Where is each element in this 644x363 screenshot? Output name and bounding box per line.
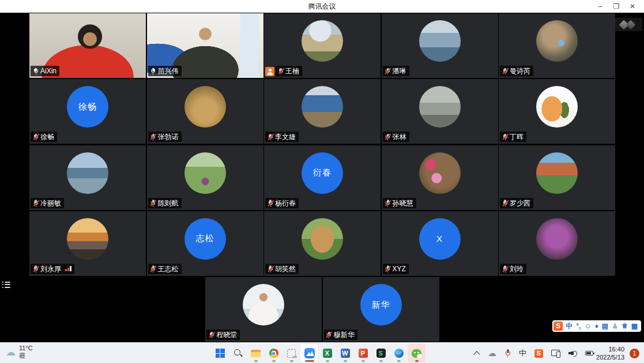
weather-widget[interactable]: ☁ 11°C 霾	[6, 345, 33, 360]
participant-tile[interactable]: 张勃诺	[147, 79, 263, 144]
clock[interactable]: 16:40 2022/5/13	[596, 345, 624, 361]
name-label: 曼诗芮	[500, 66, 533, 76]
participant-tile[interactable]: 孙晓慧	[382, 145, 498, 210]
taskbar-app-search[interactable]	[229, 344, 247, 362]
participant-avatar	[67, 152, 108, 194]
sogou-ime-mode-icon[interactable]: 中	[566, 321, 573, 331]
network-signal-icon	[65, 266, 71, 271]
ime-mode-indicator[interactable]: 中	[519, 348, 526, 358]
participant-avatar	[536, 152, 578, 194]
host-badge-icon	[265, 67, 274, 76]
sogou-keyboard-icon[interactable]: ▤	[602, 321, 608, 331]
participant-tile[interactable]: 程晓堂	[205, 277, 322, 342]
muted-mic-icon	[385, 68, 391, 74]
participant-avatar	[419, 20, 461, 62]
taskbar-app-file-explorer[interactable]	[247, 344, 265, 362]
taskbar-app-tencent-meeting[interactable]	[300, 344, 318, 362]
name-label: 刘永厚	[31, 264, 74, 274]
name-label: 胡笑然	[265, 264, 299, 274]
taskbar-app-wechat[interactable]	[408, 344, 425, 362]
participant-name: 孙晓慧	[393, 199, 413, 207]
taskbar-app-start[interactable]	[211, 344, 229, 362]
participant-tile[interactable]: 王楠	[264, 13, 381, 78]
tray-chevron-icon[interactable]	[474, 351, 480, 356]
participant-tile[interactable]: 衍春杨衍春	[264, 145, 381, 210]
weather-condition: 霾	[19, 352, 33, 360]
muted-mic-icon	[268, 133, 273, 140]
participant-tile[interactable]: 新华穆新华	[323, 277, 439, 342]
battery-icon[interactable]	[585, 351, 593, 355]
participant-tile[interactable]: 李文婕	[264, 79, 381, 144]
participant-name: 王楠	[285, 67, 299, 75]
name-label: 王楠	[276, 66, 302, 76]
tencent-meeting-logo-icon	[619, 20, 639, 29]
participant-tile[interactable]: 张林	[382, 79, 498, 144]
participant-name: 刘永厚	[40, 265, 61, 273]
participant-tile[interactable]: 胡笑然	[264, 211, 381, 276]
name-label: 徐畅	[31, 132, 57, 142]
tencent-meeting-icon	[304, 348, 315, 358]
participant-name: XYZ	[393, 265, 406, 273]
sogou-voice-icon[interactable]: ♦	[595, 321, 598, 331]
restore-button[interactable]: ❐	[608, 0, 624, 13]
name-label: 张林	[383, 132, 409, 142]
participant-tile[interactable]: 陈则航	[147, 145, 263, 210]
speaker-icon[interactable]	[568, 350, 577, 357]
member-list-icon[interactable]	[2, 279, 14, 290]
tray-mic-icon[interactable]	[504, 349, 511, 357]
participant-name: 胡笑然	[275, 265, 296, 273]
participant-tile[interactable]: AiXin	[29, 13, 146, 78]
sogou-punctuation-icon[interactable]: °,	[576, 321, 581, 331]
taskbar-app-edge[interactable]	[390, 344, 408, 362]
taskbar-app-chrome[interactable]	[265, 344, 283, 362]
wechat-icon	[412, 349, 421, 358]
muted-mic-icon	[385, 133, 391, 140]
window-title: 腾讯会议	[308, 2, 336, 12]
sogou-toolbox-icon[interactable]: ▦	[631, 321, 638, 331]
participant-tile[interactable]: 苗兴伟	[147, 13, 263, 78]
tray-cloud-icon[interactable]: ☁	[488, 348, 496, 358]
taskbar-app-s-phone-app[interactable]: S	[372, 344, 390, 362]
taskbar-app-word[interactable]: W	[336, 344, 354, 362]
sogou-logo-icon[interactable]: S	[553, 321, 563, 331]
muted-mic-icon	[385, 200, 391, 207]
participant-name: 冷丽敏	[40, 199, 61, 207]
participant-tile[interactable]: 丁晖	[499, 79, 615, 144]
sogou-person-icon[interactable]: ♟	[612, 321, 618, 331]
participant-tile[interactable]: 志松王志松	[147, 211, 263, 276]
muted-mic-icon	[268, 200, 273, 207]
participant-name: AiXin	[40, 67, 57, 75]
sogou-skin-icon[interactable]: ♕	[622, 321, 628, 331]
sogou-tray-icon[interactable]: S	[534, 349, 543, 358]
word-icon: W	[341, 349, 350, 358]
participant-avatar: X	[419, 218, 461, 260]
mic-on-icon	[150, 68, 156, 74]
minimize-button[interactable]: –	[592, 0, 608, 13]
participant-avatar	[243, 284, 284, 325]
notification-badge[interactable]: 1	[630, 349, 639, 358]
participant-tile[interactable]: 刘玲	[499, 211, 615, 276]
participant-avatar	[67, 218, 108, 260]
participant-tile[interactable]: 徐畅徐畅	[29, 79, 146, 144]
video-grid: 正在讲话: 苗兴伟; AiXin; AiXin苗兴伟王楠潘琳曼诗芮徐畅徐畅张勃诺…	[0, 13, 644, 342]
screenshot-icon	[287, 349, 296, 358]
sogou-emoji-icon[interactable]: ☺	[584, 321, 591, 331]
search-icon	[234, 349, 243, 358]
participant-tile[interactable]: 潘琳	[382, 13, 498, 78]
name-label: 冷丽敏	[31, 198, 64, 208]
taskbar-app-screenshot-tool[interactable]	[283, 344, 300, 362]
participant-name: 丁晖	[510, 133, 524, 141]
participant-tile[interactable]: 罗少茜	[499, 145, 615, 210]
cast-icon[interactable]	[551, 350, 560, 357]
participant-tile[interactable]: 冷丽敏	[29, 145, 146, 210]
folder-icon	[251, 350, 261, 357]
close-button[interactable]: ✕	[624, 0, 641, 13]
participant-tile[interactable]: 曼诗芮	[499, 13, 615, 78]
participant-tile[interactable]: XXYZ	[382, 211, 498, 276]
muted-mic-icon	[385, 265, 391, 272]
participant-tile[interactable]: 刘永厚	[29, 211, 146, 276]
taskbar-app-powerpoint[interactable]: P	[354, 344, 372, 362]
tray-time: 16:40	[596, 345, 624, 353]
taskbar-app-excel[interactable]: X	[318, 344, 336, 362]
sogou-ime-toolbar: S 中°,☺♦▤♟♕▦	[552, 320, 641, 332]
